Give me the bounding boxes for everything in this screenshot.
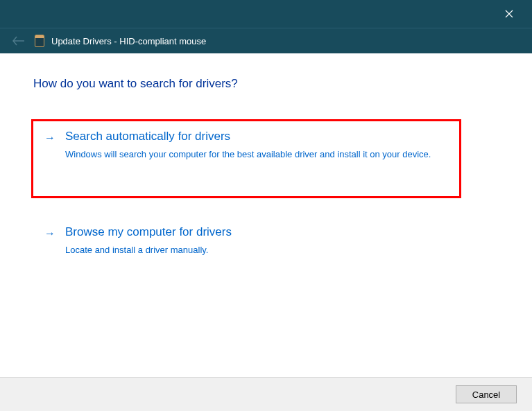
option-search-automatically[interactable]: → Search automatically for drivers Windo… xyxy=(32,120,461,198)
cancel-button[interactable]: Cancel xyxy=(456,385,517,403)
close-icon xyxy=(505,10,513,18)
option-browse-computer[interactable]: → Browse my computer for drivers Locate … xyxy=(33,216,499,271)
back-button[interactable] xyxy=(12,36,25,46)
arrow-icon: → xyxy=(44,225,55,242)
arrow-icon: → xyxy=(44,130,55,146)
content-area: How do you want to search for drivers? →… xyxy=(0,53,532,270)
back-arrow-icon xyxy=(12,36,25,46)
header-title: Update Drivers - HID-compliant mouse xyxy=(51,36,206,46)
option-body: Browse my computer for drivers Locate an… xyxy=(65,225,490,257)
page-heading: How do you want to search for drivers? xyxy=(33,77,499,91)
footer: Cancel xyxy=(0,377,532,411)
option-description: Windows will search your computer for th… xyxy=(65,148,452,161)
device-icon xyxy=(35,35,44,47)
option-body: Search automatically for drivers Windows… xyxy=(65,130,452,161)
header-bar: Update Drivers - HID-compliant mouse xyxy=(0,28,532,53)
close-button[interactable] xyxy=(493,0,525,28)
option-title: Search automatically for drivers xyxy=(65,130,452,143)
option-description: Locate and install a driver manually. xyxy=(65,243,454,257)
option-title: Browse my computer for drivers xyxy=(65,225,490,239)
titlebar xyxy=(0,0,532,28)
